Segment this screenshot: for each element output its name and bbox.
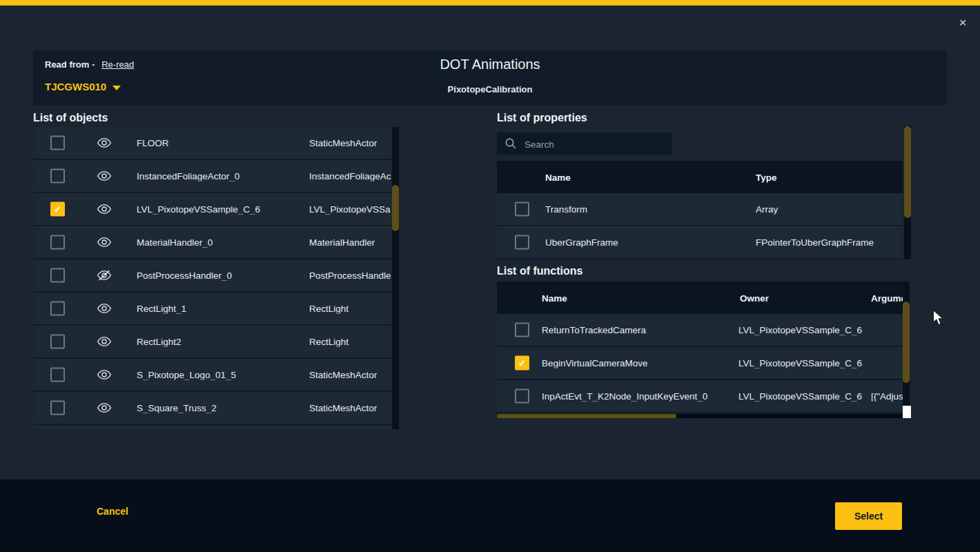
property-row[interactable]: TransformArray xyxy=(497,193,903,226)
function-checkbox[interactable]: ✓ xyxy=(515,356,529,371)
scrollbar-corner xyxy=(903,406,911,418)
object-name: MaterialHandler_0 xyxy=(137,237,302,248)
object-type: StaticMeshActor xyxy=(309,403,391,413)
property-type: FPointerToUberGraphFrame xyxy=(756,237,901,248)
properties-scrollbar-track[interactable] xyxy=(904,126,911,259)
object-name: InstancedFoliageActor_0 xyxy=(137,171,302,181)
function-name: ReturnToTrackedCamera xyxy=(542,325,732,335)
function-name: BeginVirtualCameraMove xyxy=(542,358,732,368)
dialog-header: Read from -Re-read TJCGWS010 DOT Animati… xyxy=(33,50,947,105)
property-checkbox[interactable] xyxy=(515,202,529,217)
object-row[interactable]: PostProcessHandler_0PostProcessHandler xyxy=(33,259,392,293)
dialog-subtitle: PixotopeCalibration xyxy=(33,84,947,95)
function-checkbox[interactable] xyxy=(515,389,529,404)
object-row[interactable]: RectLight2RectLight xyxy=(33,326,392,359)
object-row[interactable]: InstancedFoliageActor_0InstancedFoliageA… xyxy=(33,160,392,193)
eye-icon[interactable] xyxy=(97,170,112,182)
object-name: RectLight2 xyxy=(137,337,302,347)
functions-scrollbar-thumb[interactable] xyxy=(903,302,910,383)
object-type: StaticMeshActor xyxy=(309,370,391,380)
objects-heading: List of objects xyxy=(33,112,108,124)
object-type: PostProcessHandler xyxy=(309,270,391,281)
object-row[interactable]: RectLight_1RectLight xyxy=(33,293,392,326)
object-checkbox[interactable] xyxy=(50,335,65,349)
object-row[interactable]: ✓LVL_PixotopeVSSample_C_6LVL_PixotopeVSS… xyxy=(33,193,392,226)
objects-scrollbar-track[interactable] xyxy=(392,127,399,429)
cancel-button[interactable]: Cancel xyxy=(97,506,128,517)
function-owner: LVL_PixotopeVSSample_C_6 xyxy=(738,325,867,335)
functions-hscrollbar-track[interactable] xyxy=(497,414,903,418)
mouse-cursor xyxy=(932,309,945,327)
object-name: LVL_PixotopeVSSample_C_6 xyxy=(137,204,302,215)
object-name: FLOOR xyxy=(137,138,302,148)
objects-table: FLOORStaticMeshActorInstancedFoliageActo… xyxy=(33,127,399,429)
object-type: RectLight xyxy=(309,337,391,347)
function-arguments: [{"Adjus xyxy=(871,391,903,402)
dialog-footer: Cancel Select xyxy=(0,480,980,552)
object-row[interactable]: FLOORStaticMeshActor xyxy=(33,127,392,160)
object-type: RectLight xyxy=(309,304,391,314)
property-type: Array xyxy=(756,204,901,215)
object-checkbox[interactable] xyxy=(50,136,65,150)
eye-icon[interactable] xyxy=(97,336,112,348)
eye-icon[interactable] xyxy=(97,402,112,414)
eye-icon[interactable] xyxy=(97,137,112,149)
object-checkbox[interactable] xyxy=(50,368,65,382)
object-type: LVL_PixotopeVSSample_C xyxy=(309,204,391,215)
select-button[interactable]: Select xyxy=(835,502,902,530)
object-row[interactable]: MaterialHandler_0MaterialHandler xyxy=(33,226,392,259)
eye-icon[interactable] xyxy=(97,204,112,215)
eye-icon[interactable] xyxy=(97,237,112,248)
column-header-type: Type xyxy=(756,172,777,182)
object-checkbox[interactable]: ✓ xyxy=(50,202,65,217)
eye-off-icon[interactable] xyxy=(97,270,112,282)
object-checkbox[interactable] xyxy=(50,302,65,316)
property-row[interactable]: UberGraphFrameFPointerToUberGraphFrame xyxy=(497,226,903,259)
functions-scrollbar-track[interactable] xyxy=(903,282,910,406)
eye-icon[interactable] xyxy=(97,303,112,315)
search-input[interactable] xyxy=(523,132,668,156)
object-name: S_Pixotope_Logo_01_5 xyxy=(137,370,302,380)
functions-hscrollbar-thumb[interactable] xyxy=(497,414,676,418)
object-row[interactable]: S_Pixotope_Logo_01_5StaticMeshActor xyxy=(33,359,392,392)
object-name: RectLight_1 xyxy=(137,304,302,314)
properties-table-header: Name Type xyxy=(497,161,903,193)
dialog-screen: × Read from -Re-read TJCGWS010 DOT Anima… xyxy=(0,0,980,552)
property-checkbox[interactable] xyxy=(515,235,529,250)
function-owner: LVL_PixotopeVSSample_C_6 xyxy=(738,358,867,368)
object-name: PostProcessHandler_0 xyxy=(137,270,302,281)
functions-table: Name Owner Arguments ReturnToTrackedCame… xyxy=(497,282,903,413)
object-row[interactable]: S_Square_Truss_2StaticMeshActor xyxy=(33,392,392,425)
column-header-owner: Owner xyxy=(740,293,769,303)
object-checkbox[interactable] xyxy=(50,169,65,184)
properties-heading: List of properties xyxy=(497,112,587,124)
objects-scrollbar-thumb[interactable] xyxy=(392,185,399,231)
object-checkbox[interactable] xyxy=(50,268,65,283)
function-row[interactable]: ✓BeginVirtualCameraMoveLVL_PixotopeVSSam… xyxy=(497,347,903,380)
object-checkbox[interactable] xyxy=(50,401,65,415)
column-header-arguments: Arguments xyxy=(871,293,903,303)
properties-table: Name Type TransformArrayUberGraphFrameFP… xyxy=(497,161,903,259)
function-owner: LVL_PixotopeVSSample_C_6 xyxy=(738,391,867,402)
function-checkbox[interactable] xyxy=(515,323,529,337)
eye-icon[interactable] xyxy=(97,369,112,381)
function-name: InpActEvt_T_K2Node_InputKeyEvent_0 xyxy=(542,391,732,402)
function-row[interactable]: InpActEvt_T_K2Node_InputKeyEvent_0LVL_Pi… xyxy=(497,380,903,413)
properties-scrollbar-thumb[interactable] xyxy=(904,126,911,218)
object-checkbox[interactable] xyxy=(50,235,65,250)
functions-heading: List of functions xyxy=(497,265,582,277)
property-name: Transform xyxy=(545,204,745,215)
object-type: InstancedFoliageActor xyxy=(309,171,391,181)
functions-table-header: Name Owner Arguments xyxy=(497,282,903,314)
properties-search[interactable] xyxy=(497,132,672,155)
dialog-title: DOT Animations xyxy=(33,57,947,72)
object-name: S_Square_Truss_2 xyxy=(137,403,302,413)
object-type: StaticMeshActor xyxy=(309,138,391,148)
column-header-name: Name xyxy=(545,172,571,182)
object-row-partial xyxy=(33,425,392,429)
top-accent-bar xyxy=(0,0,980,6)
search-icon xyxy=(504,137,517,150)
close-icon[interactable]: × xyxy=(955,15,970,30)
function-row[interactable]: ReturnToTrackedCameraLVL_PixotopeVSSampl… xyxy=(497,314,903,347)
object-type: MaterialHandler xyxy=(309,237,391,248)
